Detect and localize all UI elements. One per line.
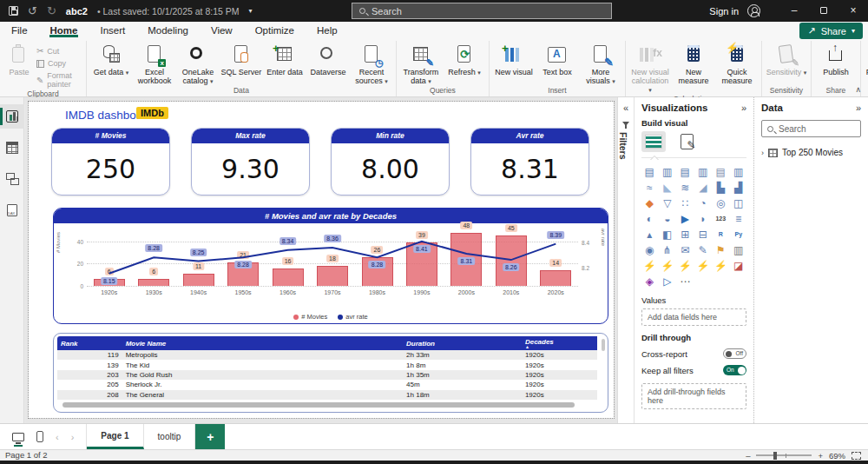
column-header-movie-name[interactable]: Movie Name	[122, 336, 403, 350]
multi-row-card-icon[interactable]: ≡	[731, 212, 747, 226]
ribbon-dataverse-button[interactable]: Dataverse	[307, 43, 349, 76]
new-page-button[interactable]: +	[195, 424, 225, 449]
ribbon-sensitivity-button[interactable]: ✎Sensitivity ▾	[766, 43, 807, 76]
line-chart-icon[interactable]: ≈	[641, 181, 658, 195]
kpi-card-movies[interactable]: # Movies250	[51, 128, 170, 196]
power-automate-visual-icon[interactable]: ▷	[660, 275, 676, 288]
legend-item-movies[interactable]: # Movies	[293, 313, 327, 321]
minimize-button[interactable]: –	[779, 0, 809, 22]
donut-chart-icon[interactable]: ◎	[713, 196, 729, 210]
legend-item-avr-rate[interactable]: avr rate	[338, 313, 367, 321]
menu-tab-home[interactable]: Home	[39, 23, 89, 37]
key-influencers-icon[interactable]: ◉	[641, 243, 658, 257]
ribbon-format-painter-button[interactable]: ✎Format painter	[36, 71, 82, 89]
search-input[interactable]: Search	[352, 3, 612, 19]
more-options-icon[interactable]: ⋯	[677, 275, 694, 288]
ribbon-more-visuals-button[interactable]: ✎More visuals ▾	[580, 43, 621, 85]
restore-button[interactable]	[809, 0, 838, 22]
stacked-area-chart-icon[interactable]: ≋	[677, 181, 694, 195]
menu-tab-view[interactable]: View	[200, 23, 244, 37]
table-row[interactable]: 139The Kid1h 8m1920s	[57, 360, 597, 369]
clustered-bar-chart-icon[interactable]: ▤	[677, 165, 694, 179]
azure-map-icon[interactable]: ▶	[677, 212, 694, 226]
menu-tab-insert[interactable]: Insert	[89, 23, 136, 37]
sidebar-item-report-view[interactable]	[0, 104, 24, 129]
funnel-chart-icon[interactable]: ▽	[660, 196, 676, 210]
drill-through-field-well[interactable]: Add drill-through fields here	[641, 383, 746, 409]
ribbon-copy-button[interactable]: Copy	[36, 57, 82, 70]
python-visual-icon[interactable]: Py	[731, 228, 747, 242]
line-clustered-column-chart-icon[interactable]: ▟	[731, 181, 747, 195]
hundred-stacked-bar-chart-icon[interactable]: ▤	[713, 165, 729, 179]
kpi-card-max-rate[interactable]: Max rate9.30	[191, 128, 310, 196]
automate-visual-5-icon[interactable]: ⚡	[713, 259, 729, 273]
waterfall-chart-icon[interactable]: ◆	[641, 196, 658, 210]
slicer-icon[interactable]: ◧	[660, 228, 676, 242]
ribbon-new-visual-calculation-button[interactable]: fxNew visual calculation ▾	[629, 43, 671, 94]
combo-chart-visual[interactable]: # Movies and avr rate by Decades 020408.…	[53, 208, 608, 324]
ribbon-onelake-catalog-button[interactable]: OneLake catalog ▾	[177, 43, 219, 85]
expand-chevron-icon[interactable]: ›	[761, 149, 764, 157]
ribbon-transform-data-button[interactable]: ✎Transform data ▾	[400, 43, 442, 85]
map-icon[interactable]: ◐	[641, 212, 658, 226]
power-apps-visual-icon[interactable]: ◈	[641, 275, 658, 288]
share-button[interactable]: ↗ Share ▾	[799, 23, 863, 39]
menu-tab-modeling[interactable]: Modeling	[136, 23, 200, 37]
zoom-in-button[interactable]: +	[818, 451, 823, 461]
collapse-data-icon[interactable]: »	[856, 103, 861, 113]
paginated-report-icon[interactable]: ▥	[731, 243, 747, 257]
column-header-rank[interactable]: Rank	[57, 336, 122, 350]
table-icon[interactable]: ⊞	[677, 228, 694, 242]
undo-icon[interactable]: ↺	[28, 0, 37, 22]
metrics-icon[interactable]: ⚑	[713, 243, 729, 257]
data-search-input[interactable]: Search	[761, 120, 861, 137]
previous-page-arrow[interactable]: ‹	[56, 432, 59, 442]
collapse-ribbon-icon[interactable]: ∧	[855, 85, 861, 94]
zoom-out-button[interactable]: –	[746, 451, 750, 461]
expand-filters-icon[interactable]: «	[618, 103, 634, 113]
clustered-column-chart-icon[interactable]: ▥	[695, 165, 712, 179]
pie-chart-icon[interactable]: ◔	[695, 196, 712, 210]
build-visual-mode-button[interactable]	[641, 131, 666, 152]
ribbon-chart-icon[interactable]: ◢	[695, 181, 712, 195]
table-row[interactable]: 203The Gold Rush1h 35m1920s	[57, 370, 597, 380]
menu-tab-optimize[interactable]: Optimize	[244, 23, 306, 37]
sign-in-button[interactable]: Sign in	[709, 6, 739, 17]
redo-icon[interactable]: ↻	[47, 0, 56, 22]
stacked-column-chart-icon[interactable]: ▥	[660, 165, 676, 179]
sidebar-item-dax-query-view[interactable]	[0, 198, 24, 222]
table-visual[interactable]: RankMovie NameDurationDecades▲119Metropo…	[53, 333, 608, 413]
area-chart-icon[interactable]: ◣	[660, 181, 676, 195]
ribbon-publish-button[interactable]: ↑Publish	[815, 43, 857, 76]
page-tab-tooltip[interactable]: tooltip	[144, 424, 196, 449]
sidebar-item-model-view[interactable]	[0, 167, 24, 191]
ribbon-refresh-button[interactable]: ⟳Refresh ▾	[444, 43, 485, 76]
collapse-visualizations-icon[interactable]: »	[741, 103, 746, 113]
ribbon-text-box-button[interactable]: AText box	[536, 43, 578, 76]
menu-tab-file[interactable]: File	[0, 23, 39, 37]
menu-tab-help[interactable]: Help	[306, 23, 349, 37]
qna-icon[interactable]: ✉	[677, 243, 694, 257]
hundred-stacked-column-chart-icon[interactable]: ▥	[731, 165, 747, 179]
ribbon-excel-workbook-button[interactable]: xExcel workbook	[134, 43, 175, 85]
ribbon-quick-measure-button[interactable]: ⚡Quick measure	[716, 43, 758, 85]
mobile-view-icon[interactable]	[36, 431, 43, 442]
values-field-well[interactable]: Add data fields here	[641, 308, 746, 326]
ribbon-new-visual-button[interactable]: +New visual	[493, 43, 535, 76]
automate-visual-2-icon[interactable]: ⚡	[660, 259, 676, 273]
scatter-chart-icon[interactable]: ∷	[677, 196, 694, 210]
table-row[interactable]: 208The General1h 18m1920s	[57, 390, 597, 400]
automate-visual-4-icon[interactable]: ⚡	[695, 259, 712, 273]
data-table-item[interactable]: › Top 250 Movies	[761, 148, 861, 157]
keep-all-filters-toggle[interactable]: On	[723, 365, 746, 375]
next-page-arrow[interactable]: ›	[71, 432, 75, 442]
ribbon-enter-data-button[interactable]: +Enter data	[264, 43, 306, 76]
report-page[interactable]: IMDB dashboard IMDb # Movies250Max rate9…	[29, 102, 614, 418]
table-row[interactable]: 205Sherlock Jr.45m1920s	[57, 380, 597, 389]
fit-to-page-icon[interactable]	[852, 452, 861, 460]
ribbon-new-measure-button[interactable]: New measure	[673, 43, 714, 85]
desktop-view-icon[interactable]	[12, 433, 24, 441]
sidebar-item-table-view[interactable]	[0, 136, 24, 160]
page-tab-page-1[interactable]: Page 1	[87, 424, 143, 449]
line-stacked-column-chart-icon[interactable]: ▙	[713, 181, 729, 195]
